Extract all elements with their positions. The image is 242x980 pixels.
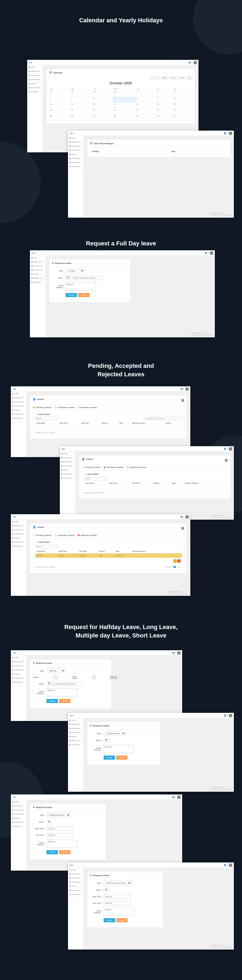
sidebar-item-profile[interactable]: Profile [11,656,26,660]
sidebar-item-profile[interactable]: Profile [11,520,26,524]
submit-button[interactable]: Submit [103,756,115,760]
sidebar-item-rules[interactable]: Company Rules [11,404,26,408]
type-select[interactable]: Half Day [46,668,65,673]
sidebar-item-hours[interactable]: Working Hours [11,660,26,664]
sidebar-item-request[interactable]: Request Leave [11,676,26,680]
nav-today-button[interactable]: today [161,76,168,80]
sidebar-item-profile[interactable]: Profile [68,136,83,140]
sidebar-item-status[interactable]: Leave Status [27,90,43,94]
sidebar-item-holidays[interactable]: Holidays [68,152,83,156]
sidebar-item-payment[interactable]: Payment Rate [68,144,83,148]
sidebar-item-status[interactable]: Leave Status [11,544,26,548]
tab-pending[interactable]: Pending Leaves [82,466,100,469]
sidebar-item-holidays[interactable]: Holidays [11,536,26,540]
nav-week-button[interactable]: week [178,76,185,80]
reason-input[interactable] [103,908,134,916]
search-input[interactable] [84,477,106,480]
sidebar-item-payment[interactable]: Payment Rate [30,264,45,268]
sidebar-item-hours[interactable]: Working Hours [60,456,75,460]
sidebar-item-request[interactable]: Request Leave [68,161,83,165]
start-time-input[interactable] [103,894,131,899]
sidebar-item-status[interactable]: Leave Status [30,280,45,284]
cancel-button[interactable]: Cancel [59,699,70,703]
tab-pending[interactable]: Pending Leaves [33,406,51,409]
sidebar-item-status[interactable]: Leave Status [11,824,26,829]
sidebar-item-payment[interactable]: Payment Rate [11,664,26,668]
settings-icon[interactable] [182,527,184,530]
sidebar-item-rules[interactable]: Company Rules [30,268,45,272]
type-select[interactable]: Full Day [65,269,84,273]
sidebar-item-hours[interactable]: Working Hours [11,396,26,400]
reason-input[interactable] [103,745,134,753]
submit-button[interactable]: Submit [103,918,115,922]
sidebar-item-payment[interactable]: Payment Rate [11,808,26,812]
sidebar-item-holidays[interactable]: Holidays [27,82,43,86]
settings-icon[interactable] [182,399,184,402]
tab-rejected[interactable]: Rejected Leaves [78,534,97,536]
reason-input[interactable] [65,282,96,291]
sidebar-item-hours[interactable]: Working Hours [11,524,26,528]
sidebar-item-profile[interactable]: Profile [11,392,26,396]
cancel-button[interactable]: Cancel [116,918,127,922]
sidebar-item-rules[interactable]: Company Rules [68,148,83,152]
sidebar-item-status[interactable]: Leave Status [68,165,83,169]
reason-input[interactable] [46,688,77,697]
sidebar-item-rules[interactable]: Company Rules [27,78,43,82]
nav-next-button[interactable]: > [156,76,160,80]
tab-rejected[interactable]: Rejected Leaves [127,466,146,469]
tab-pending[interactable]: Pending Leaves [33,534,51,536]
sidebar-item-hours[interactable]: Working Hours [68,872,83,876]
start-time-input[interactable] [46,827,74,830]
nav-month-button[interactable]: month [169,76,177,80]
sidebar-item-profile[interactable]: Profile [30,256,45,260]
user-menu[interactable]: 👤 ▾ [224,132,232,135]
date-input[interactable] [53,682,83,686]
sidebar-item-payment[interactable]: Payment Rate [68,876,83,880]
cancel-button[interactable]: Cancel [59,850,70,854]
sidebar-item-holidays[interactable]: Holidays [11,672,26,676]
sidebar-item-request[interactable]: Request Leave [11,820,26,824]
cancel-button[interactable]: Cancel [116,756,127,760]
radio-before[interactable] [41,676,71,679]
submit-button[interactable]: Submit [46,699,58,703]
sidebar-item-status[interactable]: Leave Status [11,416,26,420]
sidebar-item-payment[interactable]: Payment Rate [11,528,26,532]
sidebar-item-request[interactable]: Request Leave [68,739,83,743]
sidebar-item-profile[interactable]: Profile [68,718,83,722]
submit-button[interactable]: Submit [65,293,77,297]
date-input[interactable] [72,276,102,280]
sidebar-item-payment[interactable]: Payment Rate [11,400,26,404]
edit-button[interactable]: ✎ [174,559,177,563]
sidebar-item-hours[interactable]: Working Hours [30,260,45,264]
sidebar-item-rules[interactable]: Company Rules [60,464,75,468]
sidebar-item-request[interactable]: Request Leave [60,472,75,476]
sidebar-item-rules[interactable]: Company Rules [11,812,26,816]
sidebar-item-request[interactable]: Request Leave [68,888,83,892]
type-select[interactable]: Long time leave [103,731,126,736]
sidebar-item-request[interactable]: Request Leave [30,276,45,280]
end-time-input[interactable] [46,833,74,837]
sidebar-item-rules[interactable]: Company Rules [11,532,26,536]
sidebar-item-hours[interactable]: Working Hours [68,140,83,144]
table-row[interactable]: 9/7/20200:00 AM0:00 PMshortFull Day- [35,554,182,558]
cancel-button[interactable]: Cancel [78,293,89,297]
nav-prev-button[interactable]: < [150,76,155,80]
sidebar-item-request[interactable]: Request Leave [11,540,26,544]
end-time-input[interactable] [103,901,131,905]
tab-rejected[interactable]: Rejected Leaves [78,406,97,409]
sidebar-item-status[interactable]: Leave Status [68,743,83,747]
type-select[interactable]: Multiple day leave [46,813,71,817]
radio-after[interactable] [79,676,109,679]
sidebar-item-status[interactable]: Leave Status [60,476,75,480]
nav-day-button[interactable]: day [186,76,192,80]
sidebar-item-hours[interactable]: Working Hours [27,69,43,73]
sidebar-item-profile[interactable]: Profile [68,868,83,872]
sidebar-item-payment[interactable]: Payment Rate [27,73,43,78]
sidebar-item-rules[interactable]: Company Rules [11,668,26,672]
sidebar-item-holidays[interactable]: Holidays [11,816,26,820]
delete-button[interactable]: ✕ [177,559,180,563]
reason-input[interactable] [46,840,77,848]
sidebar-item-rules[interactable]: Company Rules [68,880,83,884]
filter-input[interactable] [143,417,182,420]
sidebar-item-holidays[interactable]: Holidays [68,884,83,888]
